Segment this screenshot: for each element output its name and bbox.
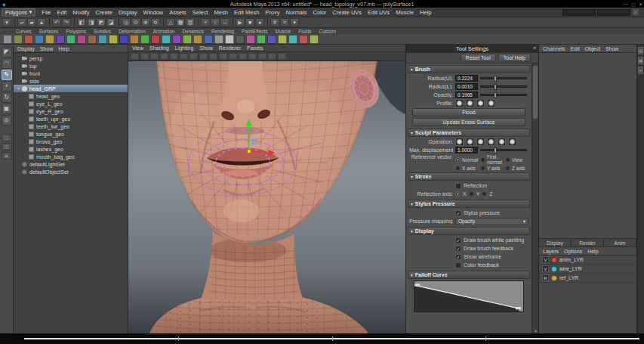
panel-toggle-icon[interactable]: ≡ (638, 67, 643, 74)
status-line-icon[interactable]: ▱ (17, 18, 26, 27)
toolbox-tool[interactable]: + (2, 81, 12, 91)
square-icon[interactable] (487, 99, 495, 107)
shelf-tool-icon[interactable] (183, 35, 192, 44)
status-line-icon[interactable]: ◪ (106, 18, 116, 27)
pull-icon[interactable] (466, 138, 474, 146)
menu-item[interactable]: Create UVs (329, 9, 365, 16)
checkbox-color-feedback[interactable] (455, 262, 461, 268)
status-line-icon[interactable]: ⊙ (131, 18, 140, 27)
viewport-toolbar-icon[interactable] (140, 53, 149, 60)
status-line-icon[interactable]: ▦ (176, 18, 185, 27)
layer-color-swatch[interactable] (551, 257, 557, 263)
checkbox-stylus-pressure[interactable]: ✓ (455, 210, 461, 216)
viewport-toolbar-icon[interactable] (278, 53, 286, 60)
channel-box-menu-item[interactable]: Show (605, 46, 619, 51)
viewport-menu-item[interactable]: Renderer (219, 45, 241, 51)
layer-row[interactable]: R ref_LYR (539, 274, 636, 283)
close-icon[interactable]: ✕ (533, 45, 537, 51)
shelf-tool-icon[interactable] (24, 35, 33, 44)
shelf-tool-icon[interactable] (3, 35, 12, 44)
viewport-toolbar-icon[interactable] (219, 53, 227, 60)
menu-item[interactable]: Proxy (262, 9, 282, 16)
radio-x-axis[interactable] (455, 166, 461, 171)
shelf-tab[interactable]: Animation (149, 29, 179, 34)
toolbox-tool[interactable]: ✎ (2, 70, 12, 80)
menu-item[interactable]: Modify (69, 9, 92, 16)
toolbox-tool[interactable]: ◠ (2, 58, 12, 69)
channel-box-menu-item[interactable]: Channels (543, 46, 565, 51)
outliner-item[interactable]: teeth_lwr_geo (14, 122, 128, 130)
radio-y-axis[interactable] (480, 166, 485, 171)
radio-first-normal[interactable] (480, 157, 485, 163)
range-slider[interactable] (24, 338, 639, 339)
menu-item[interactable]: File (39, 9, 54, 16)
shelf-tool-icon[interactable] (278, 35, 287, 44)
shelf-tool-icon[interactable] (119, 35, 128, 44)
slider-track-max-displacement[interactable] (480, 149, 527, 151)
toolbox-tool[interactable]: ◤ (2, 47, 12, 57)
viewport-toolbar-icon[interactable] (239, 53, 247, 60)
tool-help-button[interactable]: Tool Help (498, 54, 531, 62)
viewport-menu-item[interactable]: Lighting (175, 45, 194, 51)
shelf-tool-icon[interactable] (267, 35, 276, 44)
viewport-toolbar-icon[interactable] (229, 53, 237, 60)
shelf-tool-icon[interactable] (77, 35, 86, 44)
manipulator-center-handle[interactable] (248, 150, 251, 153)
outliner-item[interactable]: persp (14, 54, 128, 62)
layer-visibility-toggle[interactable]: V (542, 265, 549, 272)
outliner-item[interactable]: side (14, 77, 128, 85)
outliner-item[interactable]: front (14, 70, 128, 77)
shelf-tool-icon[interactable] (299, 35, 308, 44)
status-line-icon[interactable]: ◎ (122, 18, 131, 27)
viewport-menu-item[interactable]: Panels (247, 45, 263, 51)
layout-shortcut-button[interactable]: ▢ (2, 134, 12, 141)
shelf-tool-icon[interactable] (98, 35, 107, 44)
menu-item[interactable]: Normals (282, 9, 310, 16)
status-line-icon[interactable]: # (270, 18, 279, 27)
section-header-brush[interactable]: ▾Brush (408, 65, 530, 73)
menu-item[interactable]: Window (140, 9, 167, 16)
shelf-tool-icon[interactable] (204, 35, 213, 44)
radio-z[interactable] (482, 191, 487, 197)
outliner-menu-item[interactable]: Show (40, 46, 54, 51)
outliner-item[interactable]: defaultObjectSet (14, 168, 128, 175)
menu-item[interactable]: Assets (166, 9, 190, 16)
menu-item[interactable]: Help (417, 9, 434, 16)
shelf-tool-icon[interactable] (214, 35, 223, 44)
pinch-icon[interactable] (498, 138, 506, 146)
expand-arrow-icon[interactable]: ▾ (16, 86, 21, 91)
viewport-menu-item[interactable]: View (132, 45, 143, 51)
outliner-item[interactable]: top (14, 62, 128, 70)
radio-normal[interactable] (455, 157, 461, 163)
checkbox-draw-brush-while-painting[interactable]: ✓ (455, 237, 461, 243)
slider-value-field[interactable]: 0.0010 (455, 83, 478, 90)
layer-editor-menu-item[interactable]: Layers (543, 249, 559, 254)
layer-visibility-toggle[interactable]: V (542, 256, 549, 263)
status-line-icon[interactable]: ▾ (2, 18, 11, 27)
layer-visibility-toggle[interactable]: R (542, 274, 549, 281)
viewport-toolbar-icon[interactable] (180, 53, 188, 60)
slider-track-opacity[interactable] (480, 94, 527, 96)
reset-tool-button[interactable]: Reset Tool (461, 54, 496, 62)
panel-toggle-icon[interactable]: ▤ (638, 47, 643, 54)
outliner-item[interactable]: teeth_upr_geo (14, 115, 128, 122)
viewport-toolbar-icon[interactable] (150, 53, 159, 60)
search-icon[interactable]: ⌕ (632, 8, 639, 16)
checkbox-reflection[interactable] (455, 183, 461, 189)
slider-value-field[interactable]: 1.0000 (455, 147, 478, 153)
shelf-tool-icon[interactable] (109, 35, 118, 44)
layer-editor-menu-item[interactable]: Help (587, 249, 598, 254)
shelf-tool-icon[interactable] (193, 35, 202, 44)
shelf-tool-icon[interactable] (56, 35, 65, 44)
layer-editor-tab[interactable]: Display (539, 239, 572, 246)
outliner-item[interactable]: head_geo (14, 92, 128, 100)
viewport-toolbar-icon[interactable] (131, 53, 139, 60)
toolbox-tool[interactable]: ▣ (2, 104, 12, 114)
viewport-menu-item[interactable]: Shading (149, 45, 169, 51)
status-line-icon[interactable]: ■ (245, 18, 254, 27)
outliner-item[interactable]: eye_L_geo (14, 100, 128, 107)
status-line-icon[interactable]: ▰ (27, 18, 36, 27)
rename-field[interactable] (597, 9, 630, 16)
shelf-tool-icon[interactable] (225, 35, 234, 44)
shelf-tool-icon[interactable] (14, 35, 23, 44)
